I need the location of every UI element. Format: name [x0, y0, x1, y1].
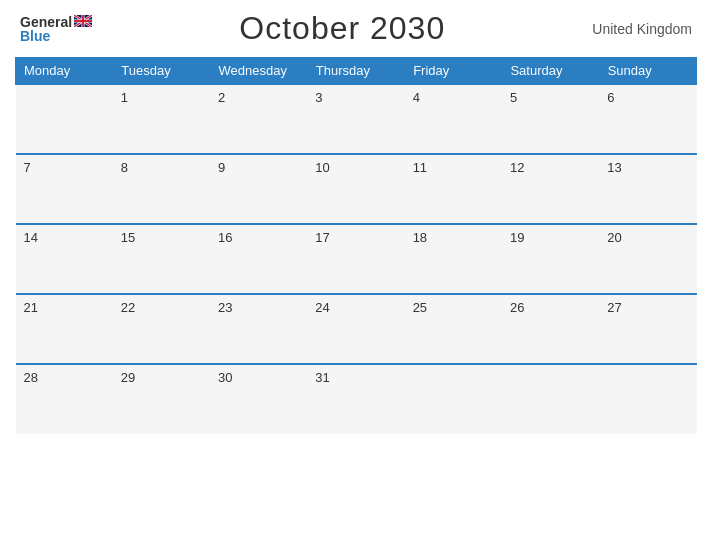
calendar-day-cell: 15	[113, 224, 210, 294]
calendar-day-cell: 17	[307, 224, 404, 294]
day-number: 14	[24, 230, 38, 245]
weekday-header: Saturday	[502, 58, 599, 85]
weekday-header: Friday	[405, 58, 502, 85]
day-number: 4	[413, 90, 420, 105]
day-number: 21	[24, 300, 38, 315]
weekday-header: Monday	[16, 58, 113, 85]
calendar-day-cell	[502, 364, 599, 434]
calendar-day-cell: 23	[210, 294, 307, 364]
day-number: 16	[218, 230, 232, 245]
calendar-day-cell: 14	[16, 224, 113, 294]
weekday-header: Wednesday	[210, 58, 307, 85]
day-number: 27	[607, 300, 621, 315]
calendar-week-row: 21222324252627	[16, 294, 697, 364]
calendar-day-cell: 29	[113, 364, 210, 434]
day-number: 26	[510, 300, 524, 315]
day-number: 23	[218, 300, 232, 315]
calendar-day-cell: 5	[502, 84, 599, 154]
day-number: 29	[121, 370, 135, 385]
calendar-day-cell: 7	[16, 154, 113, 224]
calendar-day-cell: 22	[113, 294, 210, 364]
day-number: 19	[510, 230, 524, 245]
calendar-day-cell: 10	[307, 154, 404, 224]
day-number: 3	[315, 90, 322, 105]
calendar-day-cell: 31	[307, 364, 404, 434]
calendar-day-cell	[405, 364, 502, 434]
weekday-header: Sunday	[599, 58, 696, 85]
calendar-day-cell: 2	[210, 84, 307, 154]
day-number: 1	[121, 90, 128, 105]
weekday-header: Thursday	[307, 58, 404, 85]
calendar-day-cell: 18	[405, 224, 502, 294]
calendar-day-cell: 6	[599, 84, 696, 154]
calendar-day-cell: 20	[599, 224, 696, 294]
calendar-day-cell: 28	[16, 364, 113, 434]
calendar-body: 1234567891011121314151617181920212223242…	[16, 84, 697, 434]
calendar-day-cell: 12	[502, 154, 599, 224]
day-number: 6	[607, 90, 614, 105]
calendar-day-cell	[16, 84, 113, 154]
calendar-table: MondayTuesdayWednesdayThursdayFridaySatu…	[15, 57, 697, 434]
flag-icon	[74, 15, 92, 27]
day-number: 11	[413, 160, 427, 175]
calendar-day-cell: 4	[405, 84, 502, 154]
calendar-week-row: 123456	[16, 84, 697, 154]
calendar-day-cell: 25	[405, 294, 502, 364]
logo-blue-text: Blue	[20, 29, 50, 43]
calendar-day-cell: 16	[210, 224, 307, 294]
weekday-header: Tuesday	[113, 58, 210, 85]
calendar-day-cell: 11	[405, 154, 502, 224]
day-number: 18	[413, 230, 427, 245]
calendar-day-cell: 8	[113, 154, 210, 224]
day-number: 22	[121, 300, 135, 315]
calendar-day-cell: 27	[599, 294, 696, 364]
day-number: 30	[218, 370, 232, 385]
day-number: 13	[607, 160, 621, 175]
day-number: 25	[413, 300, 427, 315]
day-number: 15	[121, 230, 135, 245]
calendar-day-cell: 9	[210, 154, 307, 224]
calendar-day-cell	[599, 364, 696, 434]
day-number: 9	[218, 160, 225, 175]
calendar-header: General Blue October 2030 United Kingdom	[15, 10, 697, 47]
calendar-week-row: 28293031	[16, 364, 697, 434]
country-label: United Kingdom	[592, 21, 692, 37]
day-number: 8	[121, 160, 128, 175]
calendar-header-row: MondayTuesdayWednesdayThursdayFridaySatu…	[16, 58, 697, 85]
logo: General Blue	[20, 15, 92, 43]
day-number: 12	[510, 160, 524, 175]
calendar-day-cell: 24	[307, 294, 404, 364]
calendar-day-cell: 26	[502, 294, 599, 364]
calendar-day-cell: 19	[502, 224, 599, 294]
calendar-container: General Blue October 2030 United Kingdom	[0, 0, 712, 550]
day-number: 28	[24, 370, 38, 385]
month-title: October 2030	[239, 10, 445, 47]
calendar-day-cell: 1	[113, 84, 210, 154]
calendar-day-cell: 3	[307, 84, 404, 154]
calendar-week-row: 14151617181920	[16, 224, 697, 294]
day-number: 7	[24, 160, 31, 175]
day-number: 24	[315, 300, 329, 315]
day-number: 10	[315, 160, 329, 175]
day-number: 2	[218, 90, 225, 105]
day-number: 20	[607, 230, 621, 245]
logo-general-text: General	[20, 15, 72, 29]
day-number: 17	[315, 230, 329, 245]
calendar-day-cell: 13	[599, 154, 696, 224]
calendar-day-cell: 21	[16, 294, 113, 364]
day-number: 5	[510, 90, 517, 105]
day-number: 31	[315, 370, 329, 385]
calendar-day-cell: 30	[210, 364, 307, 434]
calendar-week-row: 78910111213	[16, 154, 697, 224]
